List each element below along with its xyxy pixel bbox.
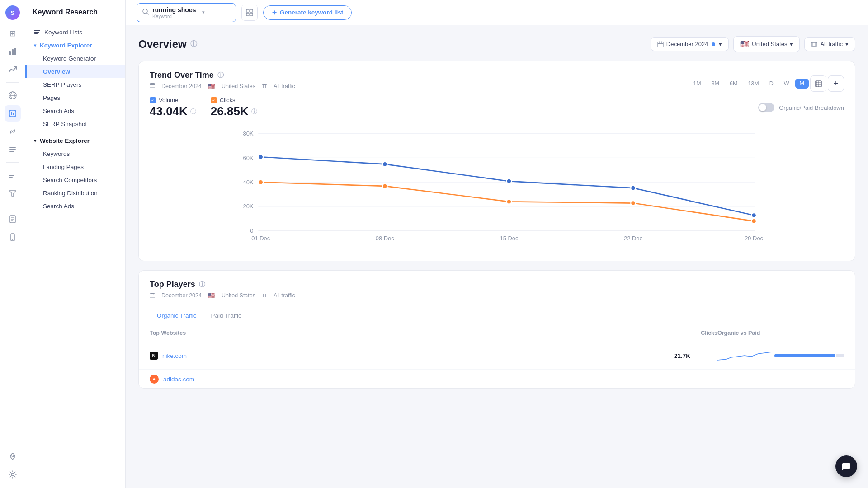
filter-icon[interactable]	[5, 185, 21, 202]
nav-pages[interactable]: Pages	[25, 91, 125, 104]
svg-point-62	[258, 155, 263, 160]
time-d-btn[interactable]: D	[765, 79, 778, 89]
nav-search-ads-kw[interactable]: Search Ads	[25, 104, 125, 117]
nav-ranking-distribution-label: Ranking Distribution	[43, 190, 98, 197]
time-1m-btn[interactable]: 1M	[689, 79, 705, 89]
rocket-icon[interactable]	[5, 448, 21, 465]
nav-website-explorer-header[interactable]: ▾ Website Explorer	[25, 134, 125, 147]
svg-text:60K: 60K	[243, 155, 254, 161]
time-3m-btn[interactable]: 3M	[707, 79, 724, 89]
site2-url[interactable]: adidas.com	[163, 376, 194, 383]
trend-info-icon: ⓘ	[217, 71, 224, 80]
clicks-number: 26.85K	[211, 104, 249, 118]
doc-icon[interactable]	[5, 211, 21, 227]
metrics-container: ✓ Volume 43.04K ⓘ ✓ Clicks	[150, 97, 257, 118]
nav-serp-snapshot[interactable]: SERP Snapshot	[25, 117, 125, 131]
tab-paid-traffic[interactable]: Paid Traffic	[204, 308, 249, 324]
svg-point-69	[507, 199, 512, 204]
nav-keyword-explorer-header[interactable]: ▾ Keyword Explorer	[25, 39, 125, 52]
chart-bar-icon[interactable]	[5, 43, 21, 60]
svg-point-71	[751, 219, 756, 224]
top-players-header: Top Players ⓘ December 2024 🇺🇸 United St…	[139, 271, 855, 306]
traffic-2-icon	[262, 293, 267, 298]
trend-date: December 2024	[161, 83, 202, 89]
list-icon[interactable]	[5, 141, 21, 158]
traffic-control[interactable]: All traffic ▾	[804, 37, 855, 51]
generate-keyword-list-button[interactable]: ✦ Generate keyword list	[263, 5, 352, 20]
svg-point-65	[631, 186, 636, 191]
search-text: running shoes Keyword	[152, 6, 196, 19]
nav-landing-pages[interactable]: Landing Pages	[25, 160, 125, 174]
nav-ranking-distribution[interactable]: Ranking Distribution	[25, 187, 125, 200]
export-excel-btn[interactable]	[810, 75, 826, 92]
svg-rect-13	[9, 175, 14, 176]
eye-icon[interactable]	[5, 105, 21, 122]
svg-rect-12	[9, 174, 16, 174]
chat-bubble-button[interactable]	[835, 455, 857, 477]
bar-chart-2-icon[interactable]	[5, 167, 21, 183]
nav-search-ads-we[interactable]: Search Ads	[25, 200, 125, 213]
nav-section-top: Keyword Lists ▾ Keyword Explorer Keyword…	[25, 22, 125, 216]
volume-metric: ✓ Volume 43.04K ⓘ	[150, 97, 196, 118]
svg-point-64	[507, 179, 512, 184]
search-icon	[142, 9, 149, 16]
nav-keyword-explorer-label: Keyword Explorer	[40, 42, 92, 49]
nav-keyword-generator-label: Keyword Generator	[43, 55, 96, 62]
nav-overview[interactable]: Overview	[25, 65, 125, 78]
nav-search-competitors[interactable]: Search Competitors	[25, 174, 125, 187]
chart-metrics-row: ✓ Volume 43.04K ⓘ ✓ Clicks	[139, 97, 855, 124]
trending-icon[interactable]	[5, 61, 21, 78]
clicks-checkbox[interactable]: ✓	[211, 97, 217, 103]
nav-keyword-generator[interactable]: Keyword Generator	[25, 52, 125, 65]
page-title-text: Overview	[138, 38, 187, 51]
settings-icon[interactable]	[5, 466, 21, 483]
country-control[interactable]: 🇺🇸 United States ▾	[733, 36, 800, 52]
time-13m-btn[interactable]: 13M	[743, 79, 763, 89]
svg-rect-30	[250, 9, 253, 12]
nav-pages-label: Pages	[43, 94, 60, 101]
traffic-chevron-icon: ▾	[845, 41, 849, 47]
svg-text:01 Dec: 01 Dec	[251, 235, 270, 242]
date-value: December 2024	[666, 41, 708, 47]
organic-bar	[774, 354, 835, 357]
time-m-btn[interactable]: M	[795, 79, 809, 89]
svg-rect-47	[816, 81, 821, 87]
search-keyword: running shoes	[152, 6, 196, 14]
nav-divider	[6, 82, 19, 83]
svg-rect-29	[246, 9, 249, 12]
nav-keyword-lists[interactable]: Keyword Lists	[25, 26, 125, 39]
search-chevron-icon: ▾	[202, 9, 205, 15]
chart-time-controls: 1M 3M 6M 13M D W M +	[689, 75, 844, 92]
nav-website-explorer-label: Website Explorer	[40, 137, 90, 144]
globe-icon[interactable]	[5, 87, 21, 103]
top-players-tabs: Organic Traffic Paid Traffic	[139, 308, 855, 324]
compare-btn[interactable]	[241, 5, 258, 21]
link-icon[interactable]	[5, 123, 21, 140]
add-chart-btn[interactable]: +	[828, 75, 844, 92]
home-icon[interactable]: ⊞	[5, 25, 21, 42]
volume-label-text: Volume	[159, 97, 178, 103]
clicks-label: ✓ Clicks	[211, 97, 257, 103]
svg-rect-0	[9, 51, 11, 55]
volume-checkbox[interactable]: ✓	[150, 97, 156, 103]
nav-serp-players[interactable]: SERP Players	[25, 78, 125, 91]
search-box[interactable]: running shoes Keyword ▾	[137, 3, 236, 22]
chevron-down-2-icon: ▾	[34, 138, 36, 143]
chart-area: 80K 60K 40K 20K 0	[139, 124, 855, 261]
site-url[interactable]: nike.com	[162, 352, 187, 359]
date-control[interactable]: December 2024 ▾	[651, 37, 729, 51]
top-players-country: United States	[222, 292, 255, 299]
svg-point-66	[751, 213, 756, 218]
breakdown-toggle-switch[interactable]	[758, 103, 774, 112]
phone-icon[interactable]	[5, 229, 21, 245]
time-6m-btn[interactable]: 6M	[725, 79, 742, 89]
search-type: Keyword	[152, 14, 196, 19]
clicks-cell: 21.7K	[674, 352, 717, 359]
time-w-btn[interactable]: W	[779, 79, 794, 89]
wand-icon: ✦	[272, 9, 277, 16]
tab-organic-traffic[interactable]: Organic Traffic	[150, 308, 204, 324]
organic-paid-cell	[717, 347, 844, 364]
nav-keywords[interactable]: Keywords	[25, 147, 125, 160]
sparkline-svg	[717, 347, 772, 364]
nav-keywords-label: Keywords	[43, 150, 70, 157]
